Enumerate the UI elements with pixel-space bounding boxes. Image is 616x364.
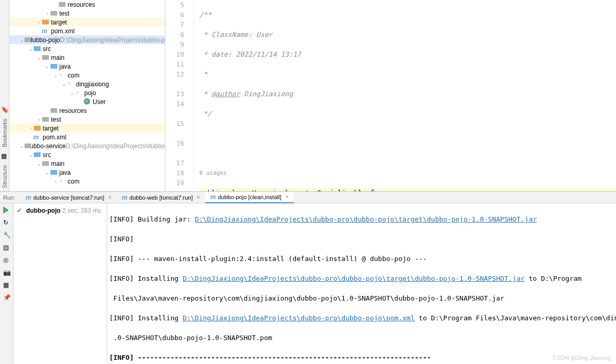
structure-icon[interactable]: ▦ (1, 152, 8, 160)
tree-row[interactable]: ⌄main (9, 159, 165, 168)
tree-row[interactable]: ⌄pojo (9, 88, 165, 97)
tree-row[interactable]: mpom.xml (9, 133, 165, 141)
tree-row[interactable]: ⌄src (9, 44, 165, 53)
jar-link[interactable]: D:\DingJiaxiong\IdeaProjects\dubbo-pro\d… (183, 275, 524, 282)
layout-icon[interactable]: ▤ (3, 244, 10, 251)
code-line: * date: 2022/11/14 13:17 (199, 49, 616, 59)
usages-hint[interactable]: 8 usages (199, 168, 616, 178)
jar-link[interactable]: D:\DingJiaxiong\IdeaProjects\dubbo-pro\d… (195, 215, 536, 223)
run-panel: Run: mdubbo-service [tomcat7:run]×mdubbo… (0, 191, 616, 364)
tree-row[interactable]: ›test (9, 115, 165, 124)
rerun-icon[interactable]: ↻ (3, 219, 10, 226)
tree-row[interactable]: ›target (9, 124, 165, 133)
bookmark-icon[interactable]: 🔖 (1, 106, 8, 113)
tree-row[interactable]: mpom.xml (9, 27, 165, 35)
camera-icon[interactable]: 📷 (3, 269, 10, 276)
console-line: [INFO] Installing D:\DingJiaxiong\IdeaPr… (109, 274, 616, 283)
run-status[interactable]: ✔ dubbo-pojo 2 sec, 263 ms (14, 203, 107, 364)
code-line: public class User implements Serializabl… (199, 188, 616, 191)
console-line: [INFO] Building jar: D:\DingJiaxiong\Ide… (109, 214, 616, 224)
tree-row[interactable]: ⌄java (9, 62, 165, 71)
code-area[interactable]: /** * ClassName: User * date: 2022/11/14… (194, 0, 616, 191)
gutter: 5678910111213141516171819 (165, 0, 194, 191)
pom-link[interactable]: D:\DingJiaxiong\IdeaProjects\dubbo-pro\d… (183, 314, 415, 322)
code-line: /** (199, 10, 616, 20)
run-header: Run: mdubbo-service [tomcat7:run]×mdubbo… (0, 192, 616, 203)
close-icon[interactable]: × (108, 194, 111, 200)
tree-row[interactable]: CUser (9, 97, 165, 106)
console-line: [INFO] ---------------------------------… (109, 353, 616, 362)
grid-icon[interactable]: ▦ (3, 281, 10, 289)
console-line: [INFO] (109, 234, 616, 244)
tree-row[interactable]: ›test (9, 9, 165, 18)
bookmarks-tab[interactable]: Bookmarks (2, 115, 8, 150)
target-icon[interactable]: ◎ (3, 256, 10, 264)
tree-row[interactable]: ⌄java (9, 168, 165, 177)
console-line: [INFO] --- maven-install-plugin:2.4:inst… (109, 254, 616, 264)
pin-icon[interactable]: 📌 (3, 294, 10, 301)
tree-row[interactable]: resources (9, 106, 165, 115)
tree-row[interactable]: ⌄dubbo-pojo D:\DingJiaxiong\IdeaProjects… (9, 35, 165, 44)
structure-tab[interactable]: Structure (2, 162, 8, 191)
code-line: */ (199, 109, 616, 119)
tree-row[interactable]: ⌄dubbo-service D:\DingJiaxiong\IdeaProje… (9, 141, 165, 150)
close-icon[interactable]: × (286, 194, 289, 200)
tree-row[interactable]: resources (9, 0, 165, 9)
code-line (199, 128, 616, 138)
project-tree[interactable]: resources›test›targetmpom.xml⌄dubbo-pojo… (9, 0, 165, 191)
run-toolbar: ↻ 🔧 ▤ ◎ 📷 ▦ 📌 (0, 203, 14, 364)
tree-row[interactable]: ⌄src (9, 150, 165, 159)
tree-row[interactable]: ›target (9, 18, 165, 27)
left-gutter-bar: 🔖 Bookmarks ▦ Structure (0, 0, 9, 191)
console-line: [INFO] Installing D:\DingJiaxiong\IdeaPr… (109, 313, 616, 323)
check-icon: ✔ (17, 206, 22, 214)
run-tab[interactable]: mdubbo-service [tomcat7:run]× (20, 192, 117, 203)
tree-row[interactable]: ⌄main (9, 53, 165, 62)
console-output[interactable]: [INFO] Building jar: D:\DingJiaxiong\Ide… (107, 203, 616, 364)
run-config-name: dubbo-pojo (26, 207, 60, 214)
code-line: * ClassName: User (199, 30, 616, 40)
code-editor[interactable]: 5678910111213141516171819 /** * ClassNam… (165, 0, 616, 191)
run-label: Run: (3, 194, 15, 201)
console-line: .0-SNAPSHOT\dubbo-pojo-1.0-SNAPSHOT.pom (109, 333, 616, 343)
run-tab[interactable]: mdubbo-pojo [clean,install]× (205, 192, 293, 203)
close-icon[interactable]: × (197, 194, 200, 200)
run-tab[interactable]: mdubbo-web [tomcat7:run]× (117, 192, 205, 203)
code-line: * @author DingJiaxiong (199, 89, 616, 99)
run-duration: 2 sec, 263 ms (62, 207, 101, 214)
run-icon[interactable] (3, 206, 10, 214)
code-line: * (199, 69, 616, 79)
code-line (199, 148, 616, 158)
tree-row[interactable]: ›com (9, 177, 165, 186)
tree-row[interactable]: ⌄dingjiaxiong (9, 80, 165, 88)
tree-row[interactable]: ⌄com (9, 71, 165, 80)
wrench-icon[interactable]: 🔧 (3, 231, 10, 239)
console-line: Files\Java\maven-repository\com\dingjiax… (109, 293, 616, 303)
